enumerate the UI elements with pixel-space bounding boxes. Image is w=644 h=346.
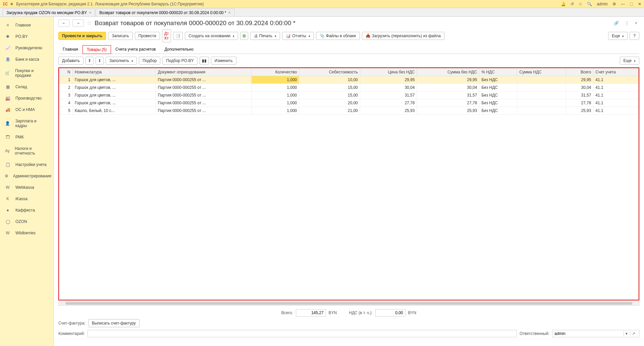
table-cell[interactable]: Партия 0000-000255 от ... bbox=[156, 99, 252, 107]
sidebar-item[interactable]: ✱PO.BY bbox=[0, 31, 53, 42]
sidebar-item[interactable]: WWildberries bbox=[0, 227, 53, 239]
table-cell[interactable]: Без НДС bbox=[479, 76, 517, 84]
table-cell[interactable]: Без НДС bbox=[479, 99, 517, 107]
table-cell[interactable]: 1,000 bbox=[252, 92, 299, 99]
table-cell[interactable]: 31,57 bbox=[360, 92, 417, 99]
table-row[interactable]: 5Кашпо, Белый, 10 с...Партия 0000-000255… bbox=[59, 107, 639, 115]
star-icon[interactable]: ☆ bbox=[579, 2, 582, 6]
close-icon[interactable]: ✕ bbox=[638, 2, 641, 6]
table-cell[interactable]: 1,000 bbox=[252, 76, 299, 84]
table-cell[interactable]: Партия 0000-000255 от ... bbox=[156, 84, 252, 92]
column-header[interactable]: N bbox=[59, 68, 73, 76]
create-invoice-button[interactable]: Выписать счет-фактуру bbox=[88, 319, 140, 327]
table-cell[interactable] bbox=[517, 99, 566, 107]
table-cell[interactable]: 41.1 bbox=[593, 84, 639, 92]
table-cell[interactable]: Без НДС bbox=[479, 92, 517, 99]
column-header[interactable]: Количество bbox=[252, 68, 299, 76]
window-tab[interactable]: Загрузка продаж OZON по месяцам PO.BY × bbox=[3, 9, 95, 16]
table-cell[interactable]: 15,00 bbox=[299, 92, 360, 99]
table-row[interactable]: 3Горшок для цветов, ...Партия 0000-00025… bbox=[59, 92, 639, 99]
goods-table[interactable]: NНоменклатураДокумент оприходованияКолич… bbox=[58, 67, 639, 300]
column-header[interactable]: % НДС bbox=[479, 68, 517, 76]
maximize-icon[interactable]: ⬚ bbox=[630, 2, 633, 6]
barcode-icon[interactable]: ▮▮ bbox=[200, 57, 209, 65]
more-icon[interactable]: ⋮ bbox=[623, 19, 631, 27]
table-cell[interactable]: 1,000 bbox=[252, 84, 299, 92]
excel-icon[interactable]: ⊞ bbox=[240, 32, 248, 40]
column-header[interactable]: Себестоимость bbox=[299, 68, 360, 76]
tab-goods[interactable]: Товары (5) bbox=[83, 45, 111, 54]
table-row[interactable]: 1Горшок для цветов, ...Партия 0000-00025… bbox=[59, 76, 639, 84]
table-cell[interactable]: 3 bbox=[59, 92, 73, 99]
select-poby-button[interactable]: Подбор PO.BY bbox=[162, 57, 197, 65]
tab-close-icon[interactable]: × bbox=[228, 10, 231, 15]
table-cell[interactable]: 20,00 bbox=[299, 99, 360, 107]
table-row[interactable]: 4Горшок для цветов, ...Партия 0000-00025… bbox=[59, 99, 639, 107]
column-header[interactable]: Сумма НДС bbox=[517, 68, 566, 76]
column-header[interactable]: Номенклатура bbox=[72, 68, 156, 76]
sidebar-item[interactable]: WWebkassa bbox=[0, 182, 53, 193]
back-button[interactable]: ← bbox=[58, 19, 70, 27]
comment-input[interactable] bbox=[88, 330, 517, 337]
print-button[interactable]: 🖨 Печать bbox=[250, 32, 280, 40]
table-cell[interactable]: Горшок для цветов, ... bbox=[72, 84, 156, 92]
dtkt-icon[interactable]: ДтКт bbox=[162, 30, 171, 42]
table-cell[interactable]: 1,000 bbox=[252, 99, 299, 107]
sidebar-item[interactable]: 🏭Производство bbox=[0, 93, 53, 104]
table-cell[interactable]: 5 bbox=[59, 107, 73, 115]
create-based-button[interactable]: Создать на основании bbox=[185, 32, 238, 40]
table-cell[interactable]: 41.1 bbox=[593, 99, 639, 107]
table-cell[interactable] bbox=[517, 76, 566, 84]
table-cell[interactable]: 30,04 bbox=[417, 84, 479, 92]
more-button[interactable]: Еще bbox=[608, 32, 628, 40]
move-down-icon[interactable]: ⬇ bbox=[96, 57, 104, 65]
sidebar-item[interactable]: 🗔РМК bbox=[0, 131, 53, 143]
column-header[interactable]: Сумма без НДС bbox=[417, 68, 479, 76]
table-row[interactable]: 2Горшок для цветов, ...Партия 0000-00025… bbox=[59, 84, 639, 92]
table-cell[interactable]: 15,00 bbox=[299, 84, 360, 92]
table-cell[interactable]: 4 bbox=[59, 99, 73, 107]
sidebar-item[interactable]: ≡Главное bbox=[0, 19, 53, 31]
table-cell[interactable]: Кашпо, Белый, 10 с... bbox=[72, 107, 156, 115]
table-cell[interactable] bbox=[517, 84, 566, 92]
post-button[interactable]: Провести bbox=[135, 32, 160, 40]
responsible-input[interactable] bbox=[554, 331, 624, 336]
sidebar-item[interactable]: ⚙Администрирование bbox=[0, 170, 53, 182]
table-cell[interactable]: 30,04 bbox=[360, 84, 417, 92]
save-button[interactable]: Записать bbox=[108, 32, 132, 40]
tab-main[interactable]: Главная bbox=[58, 45, 83, 54]
table-cell[interactable]: 29,95 bbox=[417, 76, 479, 84]
sidebar-item[interactable]: 📋Настройки учета bbox=[0, 159, 53, 170]
sidebar-item[interactable]: 🚚ОС и НМА bbox=[0, 104, 53, 115]
table-cell[interactable]: Партия 0000-000255 от ... bbox=[156, 92, 252, 99]
table-cell[interactable]: 1,000 bbox=[252, 107, 299, 115]
table-cell[interactable]: 29,95 bbox=[360, 76, 417, 84]
table-cell[interactable]: 10,00 bbox=[299, 76, 360, 84]
forward-button[interactable]: → bbox=[72, 19, 84, 27]
sidebar-item[interactable]: KiKassa bbox=[0, 193, 53, 205]
table-cell[interactable]: Без НДС bbox=[479, 107, 517, 115]
table-cell[interactable]: 2 bbox=[59, 84, 73, 92]
table-cell[interactable]: 27,78 bbox=[417, 99, 479, 107]
sidebar-item[interactable]: 📈Руководителю bbox=[0, 42, 53, 54]
add-button[interactable]: Добавить bbox=[58, 57, 84, 65]
table-cell[interactable]: Без НДС bbox=[479, 84, 517, 92]
horizontal-scrollbar[interactable] bbox=[58, 301, 639, 306]
tab-close-icon[interactable]: × bbox=[89, 10, 91, 15]
column-header[interactable]: Документ оприходования bbox=[156, 68, 252, 76]
sub-more-button[interactable]: Еще bbox=[620, 57, 639, 65]
table-cell[interactable]: 31,57 bbox=[417, 92, 479, 99]
table-cell[interactable]: Горшок для цветов, ... bbox=[72, 92, 156, 99]
settings-icon[interactable]: ⚙ bbox=[612, 2, 616, 6]
table-cell[interactable]: 21,00 bbox=[299, 107, 360, 115]
table-cell[interactable]: 30,04 bbox=[566, 84, 593, 92]
window-tab[interactable]: Возврат товаров от покупателя 0000-00002… bbox=[96, 9, 234, 16]
sidebar-item[interactable]: 🏦Банк и касса bbox=[0, 54, 53, 65]
reports-button[interactable]: 📊 Отчеты bbox=[282, 32, 314, 40]
table-cell[interactable]: 29,95 bbox=[566, 76, 593, 84]
table-cell[interactable] bbox=[517, 92, 566, 99]
move-up-icon[interactable]: ⬆ bbox=[86, 57, 94, 65]
table-cell[interactable]: 27,78 bbox=[566, 99, 593, 107]
column-header[interactable]: Всего bbox=[566, 68, 593, 76]
sidebar-item[interactable]: ▦Склад bbox=[0, 81, 53, 93]
